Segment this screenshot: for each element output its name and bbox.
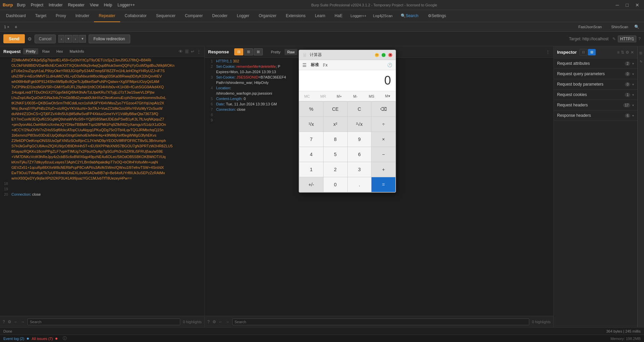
tab-settings[interactable]: ⚙ Settings: [423, 10, 451, 22]
calc-multiply-button[interactable]: ×: [371, 132, 395, 147]
calc-ce-button[interactable]: CE: [324, 102, 347, 116]
list-icon[interactable]: ☰: [185, 49, 189, 54]
inspector-section-body-params-header[interactable]: Request body parameters 0 ▾: [554, 79, 637, 89]
sub-tab-fastjsonscan[interactable]: FastJsonScan: [575, 23, 605, 30]
calc-8-button[interactable]: 8: [324, 132, 347, 147]
inspector-close-icon[interactable]: ✕: [631, 50, 634, 55]
calc-close-button[interactable]: ✕: [388, 53, 392, 57]
menu-project[interactable]: Project: [31, 3, 43, 7]
calc-clear-button[interactable]: C: [348, 102, 371, 116]
calc-maximize-button[interactable]: □: [382, 53, 386, 57]
response-more-icon[interactable]: ⋮: [546, 49, 550, 54]
side-pill-http-history[interactable]: ⊟: [638, 50, 643, 56]
help-icon[interactable]: ?: [638, 37, 641, 41]
down-button[interactable]: ▾: [65, 35, 72, 43]
calc-plus-button[interactable]: +: [371, 162, 395, 177]
side-pill-notes[interactable]: ✎: [638, 58, 643, 65]
calc-divide-button[interactable]: ÷: [371, 117, 395, 132]
response-tab-pretty[interactable]: Pretty: [268, 49, 283, 55]
calc-sqrt-button[interactable]: ²√x: [348, 117, 371, 132]
menu-burp[interactable]: Burp: [17, 3, 25, 7]
inspector-section-request-attrs-header[interactable]: Request attributes 2 ▾: [554, 58, 637, 68]
wrap-icon[interactable]: ↵: [191, 49, 195, 54]
calc-6-button[interactable]: 6: [348, 147, 371, 162]
calc-mminus-button[interactable]: M-: [347, 91, 363, 101]
http-version-selector[interactable]: HTTP/1: [618, 36, 636, 42]
down2-button[interactable]: ▾: [79, 35, 86, 43]
calc-ms-button[interactable]: MS: [363, 91, 380, 101]
calc-4-button[interactable]: 4: [299, 147, 323, 162]
menu-view[interactable]: View: [90, 3, 99, 7]
tab-collaborator[interactable]: Collaborator: [120, 10, 151, 22]
response-search-input[interactable]: [232, 319, 530, 325]
prev-match-icon[interactable]: ←: [14, 320, 18, 324]
calc-0-button[interactable]: 0: [324, 177, 347, 192]
inspector-section-query-params-header[interactable]: Request query parameters 0 ▾: [554, 69, 637, 79]
tab-intruder[interactable]: Intruder: [71, 10, 94, 22]
tab-search[interactable]: 🔍 Search: [396, 10, 423, 22]
response-help-icon[interactable]: ?: [207, 320, 210, 324]
view-attach-icon[interactable]: ⊠: [254, 48, 263, 55]
calc-equals-button[interactable]: =: [371, 177, 395, 192]
request-search-input[interactable]: [28, 319, 181, 325]
request-tab-pretty[interactable]: Pretty: [23, 48, 38, 54]
calc-mode-fx[interactable]: 𝔽x: [323, 63, 328, 67]
calc-decimal-button[interactable]: .: [348, 177, 371, 192]
more-icon[interactable]: ⋮: [197, 49, 201, 54]
calc-mplus-button[interactable]: M+: [331, 91, 347, 101]
close-button[interactable]: ✕: [633, 2, 641, 8]
calc-mode-standard[interactable]: 标准: [311, 62, 319, 68]
request-tab-raw[interactable]: Raw: [40, 48, 52, 54]
menu-logger[interactable]: Logger++: [117, 3, 135, 7]
calc-minimize-button[interactable]: ─: [375, 53, 379, 57]
calc-square-button[interactable]: x²: [324, 117, 347, 132]
request-tab-markinfo[interactable]: MarkInfo: [67, 48, 87, 54]
tab-sequencer[interactable]: Sequencer: [151, 10, 180, 22]
calc-9-button[interactable]: 9: [348, 132, 371, 147]
request-tab-hex[interactable]: Hex: [54, 48, 66, 54]
inspector-section-req-headers-header[interactable]: Request headers 17 ▾: [554, 100, 637, 110]
tab-hae[interactable]: HaE: [330, 10, 347, 22]
cancel-button[interactable]: Cancel: [35, 35, 56, 43]
menu-intruder[interactable]: Intruder: [49, 3, 62, 7]
tab-search-icon[interactable]: 🔍: [634, 25, 639, 29]
tab-target[interactable]: Target: [31, 10, 51, 22]
tab-loggerpp[interactable]: Logger++: [347, 10, 369, 22]
prev-button[interactable]: ‹: [58, 35, 64, 43]
maximize-button[interactable]: □: [624, 2, 631, 8]
add-tab-button[interactable]: +: [12, 23, 20, 31]
calc-percent-button[interactable]: %: [299, 102, 323, 116]
minimize-button[interactable]: ─: [614, 2, 621, 8]
calc-mv-button[interactable]: M▾: [380, 91, 396, 101]
calc-backspace-button[interactable]: ⌫: [371, 102, 395, 116]
calc-mr-button[interactable]: MR: [315, 91, 331, 101]
response-prev-icon[interactable]: ←: [219, 320, 223, 324]
menu-repeater[interactable]: Repeater: [68, 3, 84, 7]
menu-help[interactable]: Help: [104, 3, 112, 7]
calc-minus-button[interactable]: −: [371, 147, 395, 162]
settings-gear-icon[interactable]: ⚙: [28, 36, 32, 42]
sub-tab-shiroscan[interactable]: ShiroScan: [608, 23, 632, 30]
response-tab-raw[interactable]: Raw: [285, 49, 297, 55]
calc-5-button[interactable]: 5: [324, 147, 347, 162]
inspector-view-split[interactable]: ⊞: [588, 49, 596, 55]
event-log-label[interactable]: Event log (2): [3, 337, 24, 341]
tab-comparer[interactable]: Comparer: [180, 10, 207, 22]
inspector-filter-icon[interactable]: ⇅: [621, 50, 624, 55]
tab-decoder[interactable]: Decoder: [207, 10, 232, 22]
calc-1-button[interactable]: 1: [299, 162, 323, 177]
response-next-icon[interactable]: →: [226, 320, 230, 324]
follow-redirect-button[interactable]: Follow redirection: [89, 35, 130, 43]
view-split-icon[interactable]: ⊟: [234, 48, 243, 55]
inspector-section-cookies-header[interactable]: Request cookies 1 ▾: [554, 90, 637, 100]
tab-dashboard[interactable]: Dashboard: [1, 10, 31, 22]
response-settings-icon[interactable]: ⚙: [212, 320, 216, 324]
info-icon[interactable]: ⓘ: [63, 336, 67, 341]
eye-icon[interactable]: 👁: [179, 49, 183, 54]
calc-reciprocal-button[interactable]: ¹/x: [299, 117, 323, 132]
calc-history-icon[interactable]: 🕐: [387, 63, 392, 67]
next-button[interactable]: ›: [72, 35, 79, 43]
calc-negate-button[interactable]: +/-: [299, 177, 323, 192]
view-horiz-icon[interactable]: ⊞: [244, 48, 253, 55]
calc-3-button[interactable]: 3: [348, 162, 371, 177]
